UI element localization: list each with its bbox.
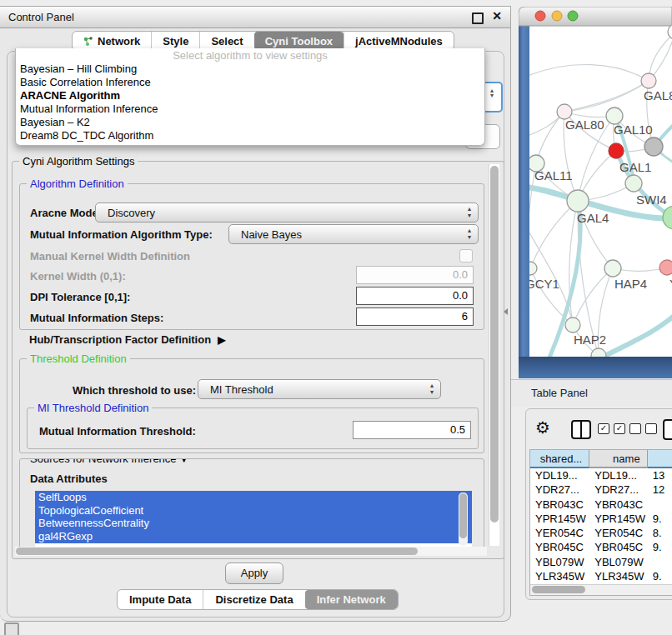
network-node-gal4[interactable] xyxy=(567,190,589,212)
column-header-shared...[interactable]: shared... xyxy=(530,450,589,468)
table-cell: YBR045C xyxy=(530,540,589,554)
tab-label: Select xyxy=(211,35,243,48)
table-row[interactable]: YPR145WYPR145W9. xyxy=(530,512,672,526)
network-node-gal1[interactable] xyxy=(609,143,624,158)
table-panel-title: Table Panel xyxy=(531,380,588,407)
which-threshold-value: MI Threshold xyxy=(210,383,273,396)
network-node[interactable] xyxy=(644,138,663,156)
settings-vertical-scrollbar[interactable] xyxy=(489,164,499,546)
table-cell: YER054C xyxy=(589,526,647,540)
tab-select[interactable]: Select xyxy=(199,32,253,50)
attribute-item[interactable]: SelfLoops xyxy=(35,491,472,504)
hide-columns-icon[interactable] xyxy=(629,423,657,434)
spinner-arrows-icon: ▴▾ xyxy=(468,228,471,241)
bottom-tab-discretize-data[interactable]: Discretize Data xyxy=(203,590,304,609)
sources-title-text: Sources for Network Inference xyxy=(30,458,177,465)
tab-cyni-toolbox[interactable]: Cyni Toolbox xyxy=(254,32,344,50)
hub-definition-toggle[interactable]: Hub/Transcription Factor Definition▶ xyxy=(29,333,225,346)
sources-group-title[interactable]: Sources for Network Inference ▼ xyxy=(27,458,192,465)
float-window-icon[interactable] xyxy=(472,12,484,24)
bottom-tab-impute-data[interactable]: Impute Data xyxy=(118,590,203,609)
node-label: GAL4 xyxy=(577,211,609,225)
column-header-name[interactable]: name xyxy=(589,450,647,468)
network-node-hap2[interactable] xyxy=(565,318,580,332)
algorithm-option[interactable]: Bayesian – K2 xyxy=(16,116,484,129)
which-threshold-combobox[interactable]: MI Threshold ▴▾ xyxy=(198,379,441,399)
settings-horizontal-scrollbar[interactable] xyxy=(15,547,487,556)
table-cell xyxy=(648,555,672,569)
collapse-right-icon: ▶ xyxy=(218,334,225,346)
mi-algorithm-type-value: Naive Bayes xyxy=(241,228,302,241)
algorithm-option[interactable]: Basic Correlation Inference xyxy=(16,76,484,89)
node-label: GAL1 xyxy=(619,160,651,174)
mi-threshold-field[interactable]: 0.5 xyxy=(353,421,471,439)
minimize-traffic-icon[interactable] xyxy=(552,11,562,21)
node-attribute-table[interactable]: shared...name YDL19...YDL19...13YDR27...… xyxy=(529,449,672,596)
dpi-tolerance-field[interactable]: 0.0 xyxy=(356,287,474,305)
aracne-mode-label: Aracne Mode: xyxy=(30,207,102,219)
table-row[interactable]: YLR345WYLR345W9. xyxy=(530,569,672,583)
attribute-item[interactable]: BetweennessCentrality xyxy=(35,517,472,530)
table-cell: YBR043C xyxy=(589,498,647,512)
control-panel-window: Control Panel ✕ NetworkStyleSelectCyni T… xyxy=(0,6,511,622)
tab-label: jActiveMNodules xyxy=(355,35,443,48)
show-columns-icon[interactable]: ✓✓ xyxy=(598,423,625,434)
aracne-mode-value: Discovery xyxy=(108,207,155,219)
node-label: HAP2 xyxy=(574,332,606,347)
mi-algorithm-type-combobox[interactable]: Naive Bayes ▴▾ xyxy=(228,224,479,244)
close-icon[interactable]: ✕ xyxy=(492,9,502,22)
table-row[interactable]: YBR045CYBR045C9. xyxy=(530,540,672,554)
table-row[interactable]: YER054CYER054C8. xyxy=(530,526,672,540)
tab-style[interactable]: Style xyxy=(151,32,199,50)
network-node-gal8[interactable] xyxy=(641,73,656,88)
collapse-down-icon: ▼ xyxy=(179,458,188,464)
export-table-icon[interactable] xyxy=(663,419,672,440)
manual-kernel-width-checkbox[interactable] xyxy=(459,249,473,262)
mi-threshold-group: MI Threshold Definition Mutual Informati… xyxy=(27,408,479,449)
node-label: GAL10 xyxy=(614,122,653,137)
table-body: YDL19...YDL19...13YDR27...YDR27...12YBR0… xyxy=(530,468,672,596)
network-view-window[interactable]: GAL8GAL80GAL10GAL1GAL11SWI4GAL4GCY1HAP4Y… xyxy=(519,7,672,378)
settings-group-title: Cyni Algorithm Settings xyxy=(19,155,138,168)
network-node-swi4[interactable] xyxy=(625,175,642,192)
algorithm-option[interactable]: Mutual Information Inference xyxy=(16,102,484,116)
tab-network[interactable]: Network xyxy=(73,32,151,50)
table-row[interactable]: YBR043CYBR043C xyxy=(530,498,672,512)
minimized-window-icon[interactable] xyxy=(4,622,19,635)
attribute-item[interactable]: gal4RGexp xyxy=(35,530,472,543)
node-label: SWI4 xyxy=(636,192,667,207)
attribute-item[interactable]: TopologicalCoefficient xyxy=(35,504,472,518)
close-traffic-icon[interactable] xyxy=(535,11,545,21)
zoom-traffic-icon[interactable] xyxy=(568,11,578,21)
algorithm-option[interactable]: Bayesian – Hill Climbing xyxy=(16,62,484,76)
table-horizontal-scrollbar[interactable] xyxy=(530,584,672,595)
table-cell: YBR043C xyxy=(530,498,589,512)
kernel-width-field[interactable]: 0.0 xyxy=(356,266,474,284)
algorithm-definition-group: Algorithm Definition Aracne Mode: Discov… xyxy=(19,183,484,330)
mi-steps-field[interactable]: 6 xyxy=(356,308,474,326)
table-row[interactable]: YBL079WYBL079W xyxy=(530,555,672,569)
tab-label: Network xyxy=(98,35,140,48)
algorithm-option[interactable]: ARACNE Algorithm xyxy=(16,89,484,102)
table-panel-titlebar: Table Panel xyxy=(511,379,672,407)
algorithm-option[interactable]: Dream8 DC_TDC Algorithm xyxy=(16,129,484,142)
aracne-mode-combobox[interactable]: Discovery ▴▾ xyxy=(95,202,479,222)
tab-jactivemnodules[interactable]: jActiveMNodules xyxy=(344,32,454,50)
table-header-row: shared...name xyxy=(530,450,672,468)
column-header-cut[interactable] xyxy=(648,450,672,468)
data-attributes-label: Data Attributes xyxy=(30,472,108,485)
network-node-y[interactable] xyxy=(659,260,672,275)
network-node-hap4[interactable] xyxy=(604,260,621,277)
apply-button[interactable]: Apply xyxy=(225,562,283,584)
hub-definition-label: Hub/Transcription Factor Definition xyxy=(29,333,211,346)
data-attributes-list[interactable]: SelfLoopsTopologicalCoefficientBetweenne… xyxy=(35,491,472,551)
bottom-tab-infer-network[interactable]: Infer Network xyxy=(305,590,398,609)
table-row[interactable]: YDL19...YDL19...13 xyxy=(530,468,672,482)
split-view-icon[interactable] xyxy=(571,420,591,439)
table-cell: 9. xyxy=(648,540,672,554)
attribute-list-scrollbar[interactable] xyxy=(459,492,468,546)
mi-algorithm-type-label: Mutual Information Algorithm Type: xyxy=(30,228,213,241)
network-node-gal10[interactable] xyxy=(606,108,623,124)
table-row[interactable]: YDR27...YDR27...12 xyxy=(530,482,672,497)
settings-gear-icon[interactable]: ⚙ xyxy=(535,418,550,438)
